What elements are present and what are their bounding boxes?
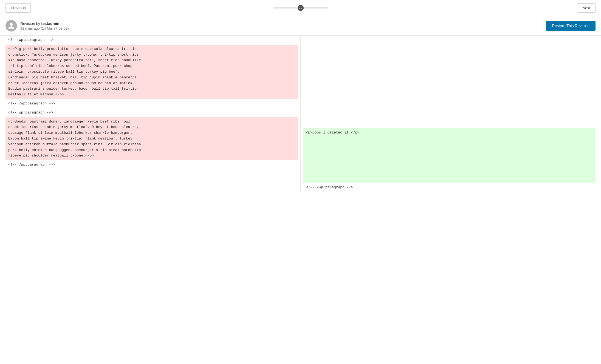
revision-time: 13 mins ago (14 Mar @ 08:09) (20, 26, 69, 30)
diff-left-column: <!-- wp:paragraph --> <p>Pig pork belly … (5, 36, 301, 192)
revision-info: Revision by testadmin 13 mins ago (14 Ma… (5, 20, 69, 32)
diff-columns: <!-- wp:paragraph --> <p>Pig pork belly … (5, 36, 596, 192)
diff-right-spacer-removed-1 (303, 45, 596, 110)
user-icon (8, 22, 15, 29)
diff-line-comment-wp-paragraph-close-2: <!-- /wp:paragraph --> (5, 160, 298, 169)
restore-revision-button[interactable]: Restore This Revision (546, 21, 596, 31)
diff-container: <!-- wp:paragraph --> <p>Pig pork belly … (0, 36, 601, 200)
diff-right-spacer-close-1 (303, 110, 596, 120)
avatar (5, 20, 17, 32)
diff-line-comment-wp-paragraph-close-1: <!-- /wp:paragraph --> (5, 99, 298, 108)
slider-track (273, 7, 328, 8)
revision-by-prefix: Revision by (20, 21, 41, 26)
diff-line-comment-wp-paragraph-top: <!-- wp:paragraph --> (5, 36, 298, 45)
revision-author: testadmin (41, 21, 59, 26)
avatar-icon (5, 20, 17, 32)
diff-right-spacer-comment-2 (303, 120, 596, 129)
diff-line-added-paragraph: <p>Oops I deleted it.</p> (303, 128, 596, 183)
diff-right-column: <p>Oops I deleted it.</p> <!-- /wp:parag… (301, 36, 596, 192)
revision-header: Revision by testadmin 13 mins ago (14 Ma… (0, 16, 601, 36)
revision-text: Revision by testadmin 13 mins ago (14 Ma… (20, 21, 69, 30)
revision-slider-container (273, 7, 328, 8)
page-wrapper: Previous Next Revision by testadmin (0, 0, 601, 364)
next-button[interactable]: Next (577, 3, 596, 13)
previous-button[interactable]: Previous (5, 3, 31, 13)
diff-line-comment-wp-paragraph-2: <!-- wp:paragraph --> (5, 108, 298, 117)
diff-right-spacer-comment-1 (303, 36, 596, 45)
slider-thumb[interactable] (298, 5, 304, 11)
revision-by: Revision by testadmin (20, 21, 69, 26)
top-nav: Previous Next (0, 0, 601, 16)
diff-line-removed-paragraph-1: <p>Pig pork belly prosciutto, cupim capi… (5, 45, 298, 99)
diff-right-comment-close: <!-- /wp:paragraph --> (303, 183, 596, 192)
diff-line-removed-paragraph-2: <p>Boudin pastrami doner, landjaeger kev… (5, 117, 298, 161)
